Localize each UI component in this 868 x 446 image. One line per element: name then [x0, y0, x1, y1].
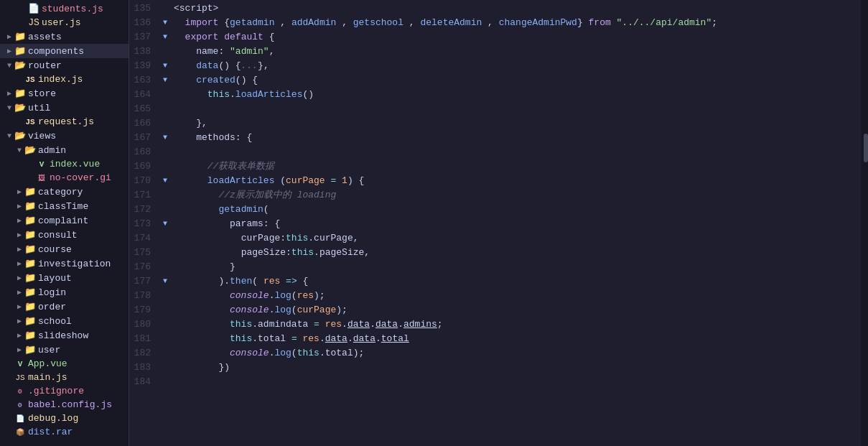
line-gutter — [159, 246, 171, 260]
sidebar-item-assets[interactable]: ▶ 📁 assets — [0, 29, 129, 44]
sidebar-item-user-js[interactable]: JS user.js — [0, 16, 129, 29]
sidebar-item-request-js[interactable]: JS request.js — [0, 115, 129, 129]
sidebar-item-label: main.js — [28, 372, 129, 383]
folder-icon: 📁 — [24, 301, 36, 312]
sidebar-item-label: school — [38, 316, 129, 327]
line-number: 179 — [129, 303, 159, 317]
code-line-177: 177 ▼ ).then( res => { — [129, 274, 861, 289]
code-line-135: 135 <script> — [129, 1, 861, 16]
line-content: params: { — [171, 217, 861, 231]
vue-icon: V — [14, 360, 26, 368]
line-number: 174 — [129, 231, 159, 246]
folder-icon: 📁 — [24, 258, 36, 269]
sidebar-item-label: investigation — [38, 259, 129, 269]
file-tree[interactable]: 📄 students.js JS user.js ▶ 📁 assets ▶ 📁 … — [0, 0, 129, 446]
sidebar-item-label: classTime — [38, 201, 129, 212]
folder-icon: 📁 — [24, 186, 36, 198]
line-content: export default { — [171, 30, 861, 45]
sidebar-item-store[interactable]: ▶ 📁 store — [0, 86, 129, 101]
code-line-174: 174 curPage:this.curPage, — [129, 231, 861, 246]
sidebar-item-components[interactable]: ▶ 📁 components — [0, 44, 129, 58]
arrow-icon: ▶ — [4, 47, 14, 55]
sidebar-item-user[interactable]: ▶ 📁 user — [0, 343, 129, 357]
arrow-icon: ▶ — [14, 331, 24, 340]
line-content: this.admindata = res.data.data.admins; — [171, 317, 861, 332]
sidebar-item-school[interactable]: ▶ 📁 school — [0, 314, 129, 328]
file-icon: 📄 — [28, 3, 39, 14]
sidebar-item-debug-log[interactable]: 📄 debug.log — [0, 412, 129, 425]
sidebar-item-views[interactable]: ▼ 📂 views — [0, 129, 129, 143]
sidebar-item-app-vue[interactable]: V App.vue — [0, 357, 129, 371]
line-content: created() { — [171, 73, 861, 88]
arrow-icon: ▶ — [14, 274, 24, 282]
sidebar-item-label: complaint — [38, 215, 129, 226]
line-gutter: ▼ — [159, 73, 171, 88]
sidebar-item-label: index.js — [38, 74, 129, 85]
line-number: 182 — [129, 346, 159, 361]
sidebar-item-label: user — [38, 345, 129, 356]
sidebar-item-index-vue[interactable]: V index.vue — [0, 157, 129, 171]
sidebar-item-slideshow[interactable]: ▶ 📁 slideshow — [0, 328, 129, 343]
sidebar-item-main-js[interactable]: JS main.js — [0, 371, 129, 384]
arrow-icon: ▶ — [14, 259, 24, 268]
sidebar-item-layout[interactable]: ▶ 📁 layout — [0, 271, 129, 285]
sidebar-item-admin[interactable]: ▼ 📂 admin — [0, 143, 129, 157]
sidebar-item-login[interactable]: ▶ 📁 login — [0, 285, 129, 299]
sidebar-item-dist-rar[interactable]: 📦 dist.rar — [0, 425, 129, 439]
sidebar-item-router[interactable]: ▼ 📂 router — [0, 58, 129, 73]
sidebar-item-investigation[interactable]: ▶ 📁 investigation — [0, 256, 129, 271]
line-gutter — [159, 116, 171, 131]
arrow-icon: ▶ — [14, 302, 24, 311]
sidebar-item-util[interactable]: ▼ 📂 util — [0, 101, 129, 115]
sidebar-item-gitignore[interactable]: ⚙ .gitignore — [0, 384, 129, 398]
line-number: 168 — [129, 145, 159, 159]
line-gutter: ▼ — [159, 131, 171, 145]
line-content: getadmin( — [171, 203, 861, 217]
arrow-icon: ▶ — [14, 216, 24, 225]
sidebar-item-classtime[interactable]: ▶ 📁 classTime — [0, 199, 129, 213]
arrow-icon: ▼ — [14, 147, 24, 154]
folder-icon: 📁 — [24, 272, 36, 284]
arrow-icon: ▼ — [4, 132, 14, 140]
code-line-184: 184 — [129, 375, 861, 389]
line-gutter: ▼ — [159, 59, 171, 73]
line-number: 171 — [129, 188, 159, 203]
line-content: console.log(curPage); — [171, 303, 861, 317]
folder-icon: 📁 — [24, 287, 36, 298]
sidebar-item-babel-config[interactable]: ⚙ babel.config.js — [0, 398, 129, 412]
js-icon: JS — [24, 75, 36, 84]
line-number: 175 — [129, 246, 159, 260]
folder-open-icon: 📂 — [14, 102, 26, 113]
line-content — [171, 102, 861, 116]
line-gutter: ▼ — [159, 174, 171, 188]
code-editor[interactable]: 135 <script> 136 ▼ import {getadmin , ad… — [129, 0, 861, 446]
sidebar-item-label: students.js — [42, 4, 129, 14]
arrow-icon: ▶ — [14, 231, 24, 239]
line-number: 167 — [129, 131, 159, 145]
arrow-icon: ▶ — [4, 89, 14, 98]
line-number: 177 — [129, 274, 159, 289]
line-content — [171, 375, 861, 389]
line-gutter — [159, 145, 171, 159]
sidebar-item-label: layout — [38, 273, 129, 284]
js-icon: JS — [24, 118, 36, 126]
sidebar-item-students-js[interactable]: 📄 students.js — [0, 1, 129, 16]
sidebar-item-router-index[interactable]: JS index.js — [0, 73, 129, 86]
arrow-icon: ▶ — [14, 345, 24, 354]
folder-icon: 📁 — [24, 315, 36, 327]
sidebar-item-label: no-cover.gi — [50, 172, 129, 183]
config-icon: ⚙ — [14, 401, 26, 409]
sidebar-item-complaint[interactable]: ▶ 📁 complaint — [0, 213, 129, 228]
sidebar-item-course[interactable]: ▶ 📁 course — [0, 242, 129, 256]
code-line-170: 170 ▼ loadArticles (curPage = 1) { — [129, 174, 861, 188]
scrollbar[interactable] — [861, 0, 868, 446]
code-line-167: 167 ▼ methods: { — [129, 131, 861, 145]
line-gutter: ▼ — [159, 274, 171, 289]
sidebar-item-category[interactable]: ▶ 📁 category — [0, 185, 129, 199]
line-gutter — [159, 102, 171, 116]
sidebar-item-order[interactable]: ▶ 📁 order — [0, 299, 129, 314]
line-number: 163 — [129, 73, 159, 88]
sidebar-item-consult[interactable]: ▶ 📁 consult — [0, 228, 129, 242]
sidebar-item-no-cover[interactable]: 🖼 no-cover.gi — [0, 171, 129, 185]
line-number: 165 — [129, 102, 159, 116]
